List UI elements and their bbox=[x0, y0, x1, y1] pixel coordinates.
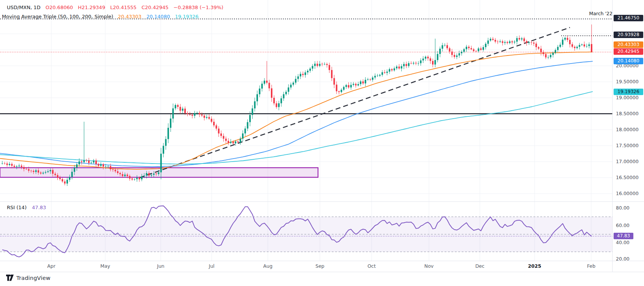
ma-indicator-title[interactable]: Moving Average Triple (50, 100, 200, Sim… bbox=[2, 14, 113, 19]
rsi-indicator-title[interactable]: RSI (14) bbox=[7, 205, 28, 210]
time-tick-label[interactable]: Sep bbox=[315, 263, 324, 269]
candle-body bbox=[372, 78, 373, 80]
candle-body bbox=[321, 64, 323, 64]
candle-body bbox=[2, 163, 3, 164]
candle-body bbox=[569, 40, 571, 44]
candle-body bbox=[377, 76, 378, 76]
price-tick-label[interactable]: 60.00 bbox=[616, 223, 630, 228]
candle-body bbox=[528, 42, 530, 43]
candle-body bbox=[360, 81, 361, 84]
candle-body bbox=[478, 48, 479, 51]
time-tick-label[interactable]: Nov bbox=[424, 263, 434, 269]
candle-body bbox=[307, 71, 309, 72]
price-tick-label[interactable]: 40.00 bbox=[616, 240, 630, 245]
candle-body bbox=[475, 51, 477, 51]
time-tick-label[interactable]: Jul bbox=[209, 263, 214, 269]
candle-body bbox=[177, 105, 179, 107]
candle-body bbox=[355, 84, 357, 85]
candle-body bbox=[103, 164, 104, 167]
candle-body bbox=[391, 69, 392, 70]
candle-body bbox=[386, 72, 388, 73]
candle-body bbox=[531, 42, 532, 43]
candle-body bbox=[446, 45, 448, 48]
candle-body bbox=[415, 63, 417, 64]
candle-body bbox=[389, 69, 390, 72]
symbol-title[interactable]: USD/MXN, 1D bbox=[7, 5, 41, 10]
candle-body bbox=[492, 39, 494, 40]
candle-body bbox=[454, 55, 455, 57]
ma200-line[interactable] bbox=[0, 92, 593, 164]
candle-body bbox=[403, 64, 405, 66]
candle-body bbox=[139, 178, 140, 179]
candle-body bbox=[54, 174, 56, 175]
candle-body bbox=[562, 40, 563, 44]
time-tick-label[interactable]: Oct bbox=[367, 263, 376, 269]
ma50-value: 20.43303 bbox=[118, 14, 141, 19]
price-tick-label[interactable]: 18.50000 bbox=[616, 111, 639, 116]
candle-body bbox=[483, 47, 484, 50]
price-label-badge: 20.14080 bbox=[614, 58, 643, 64]
candle-body bbox=[367, 79, 369, 79]
candle-body bbox=[244, 129, 246, 133]
candle-body bbox=[495, 40, 496, 42]
time-tick-label[interactable]: Dec bbox=[475, 263, 484, 269]
candle-body bbox=[143, 176, 145, 176]
price-chart-canvas[interactable] bbox=[0, 0, 644, 286]
candle-body bbox=[211, 119, 212, 122]
price-tick-label[interactable]: 18.00000 bbox=[616, 127, 639, 132]
candle-body bbox=[560, 45, 561, 47]
ma50-line[interactable] bbox=[0, 52, 593, 170]
candle-body bbox=[6, 164, 8, 165]
candle-body bbox=[136, 178, 138, 179]
candle-body bbox=[59, 178, 61, 179]
time-tick-label[interactable]: Apr bbox=[47, 263, 55, 269]
price-tick-label[interactable]: 19.50000 bbox=[616, 79, 639, 84]
price-tick-label[interactable]: 17.00000 bbox=[616, 159, 639, 164]
price-tick-label[interactable]: 16.00000 bbox=[616, 191, 639, 196]
candle-body bbox=[312, 66, 313, 69]
price-tick-label[interactable]: 16.50000 bbox=[616, 175, 639, 180]
candle-body bbox=[369, 79, 371, 79]
candle-body bbox=[396, 67, 397, 68]
candle-body bbox=[444, 45, 446, 46]
price-tick-label[interactable]: 20.00 bbox=[616, 256, 630, 262]
time-tick-label[interactable]: 2025 bbox=[528, 263, 541, 269]
candle-body bbox=[350, 85, 352, 87]
candle-body bbox=[158, 172, 159, 174]
time-tick-label[interactable]: Aug bbox=[263, 263, 272, 269]
candle-body bbox=[314, 64, 316, 66]
ohlc-close: C20.42945 bbox=[141, 5, 168, 10]
candle-body bbox=[427, 57, 429, 58]
candle-body bbox=[33, 171, 34, 172]
candle-body bbox=[586, 46, 587, 46]
tradingview-logo-link[interactable]: TradingView bbox=[6, 275, 51, 281]
candle-body bbox=[86, 160, 87, 160]
price-tick-label[interactable]: 80.00 bbox=[616, 205, 630, 211]
candle-body bbox=[225, 139, 227, 141]
time-tick-label[interactable]: May bbox=[100, 263, 110, 269]
candle-body bbox=[422, 59, 424, 60]
candle-body bbox=[295, 79, 296, 83]
candle-body bbox=[170, 119, 171, 128]
time-tick-label[interactable]: Feb bbox=[587, 263, 595, 269]
candle-body bbox=[196, 113, 198, 113]
price-tick-label[interactable]: 19.00000 bbox=[616, 95, 639, 100]
candle-body bbox=[4, 163, 5, 164]
time-tick-label[interactable]: Jun bbox=[157, 263, 165, 269]
candle-body bbox=[362, 81, 364, 83]
price-tick-label[interactable]: 17.50000 bbox=[616, 143, 639, 148]
candle-body bbox=[394, 68, 395, 70]
candle-body bbox=[535, 44, 537, 47]
candle-body bbox=[309, 68, 311, 71]
candle-body bbox=[381, 72, 383, 75]
candle-body bbox=[418, 63, 419, 64]
candle-body bbox=[334, 78, 335, 84]
last-candle-body bbox=[591, 44, 592, 52]
candle-body bbox=[336, 85, 337, 91]
ohlc-low: L20.41555 bbox=[110, 5, 136, 10]
candle-body bbox=[52, 170, 54, 174]
price-label-badge: 20.42945 bbox=[614, 48, 643, 55]
candle-body bbox=[100, 164, 102, 166]
candle-body bbox=[23, 167, 25, 169]
candle-body bbox=[74, 168, 75, 172]
